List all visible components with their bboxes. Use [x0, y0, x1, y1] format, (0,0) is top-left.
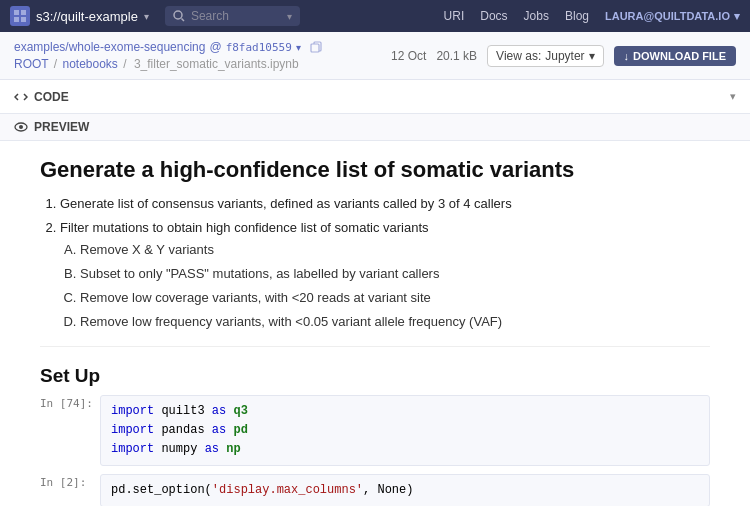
file-size: 20.1 kB [436, 49, 477, 63]
sub-list: Remove X & Y variants Subset to only "PA… [80, 239, 710, 333]
sub-item-a: Remove X & Y variants [80, 239, 710, 261]
download-button[interactable]: ↓ DOWNLOAD FILE [614, 46, 736, 66]
repo-at: @ [209, 40, 221, 54]
main-heading: Generate a high-confidence list of somat… [40, 157, 710, 183]
notebook-content: Generate a high-confidence list of somat… [0, 141, 750, 506]
sub-item-c: Remove low coverage variants, with <20 r… [80, 287, 710, 309]
divider-1 [40, 346, 710, 347]
commit-hash: f8fad10559 [226, 41, 292, 54]
cell-74-line1: import quilt3 as q3 [111, 402, 699, 421]
nav-user-chevron: ▾ [734, 10, 740, 23]
search-input[interactable] [191, 9, 281, 23]
alias-q3: q3 [233, 404, 247, 418]
main-list: Generate list of consensus variants, def… [60, 193, 710, 334]
search-dropdown-arrow[interactable]: ▾ [287, 11, 292, 22]
brand-label: s3://quilt-example [36, 9, 138, 24]
kw-as2: as [212, 423, 226, 437]
code-icon [14, 90, 28, 104]
nav-links: URI Docs Jobs Blog LAURA@QUILTDATA.IO ▾ [444, 9, 740, 23]
cell-74-line2: import pandas as pd [111, 421, 699, 440]
brand-chevron: ▾ [144, 11, 149, 22]
preview-bar: PREVIEW [0, 114, 750, 141]
breadcrumb-root[interactable]: ROOT [14, 57, 48, 71]
eye-icon [14, 120, 28, 134]
preview-label: PREVIEW [34, 120, 89, 134]
code-section-toggle[interactable]: CODE [14, 90, 69, 104]
view-as-button[interactable]: View as: Jupyter ▾ [487, 45, 604, 67]
nav-user[interactable]: LAURA@QUILTDATA.IO ▾ [605, 10, 740, 23]
code-cell-2: In [2]: pd.set_option('display.max_colum… [40, 474, 710, 506]
svg-rect-3 [21, 17, 26, 22]
breadcrumb-right: 12 Oct 20.1 kB View as: Jupyter ▾ ↓ DOWN… [391, 45, 736, 67]
kw-as1: as [212, 404, 226, 418]
svg-point-4 [174, 11, 182, 19]
view-as-label: View as: [496, 49, 541, 63]
brand-icon [10, 6, 30, 26]
cell-74-label: In [74]: [40, 395, 100, 410]
svg-rect-1 [21, 10, 26, 15]
code-chevron[interactable]: ▾ [730, 90, 736, 103]
none-val: None [377, 483, 406, 497]
lib-quilt3: quilt3 [161, 404, 211, 418]
search-icon [173, 10, 185, 22]
list-item-1: Generate list of consensus variants, def… [60, 193, 710, 215]
kw-import3: import [111, 442, 154, 456]
str-display: 'display.max_columns' [212, 483, 363, 497]
breadcrumb-notebooks[interactable]: notebooks [62, 57, 117, 71]
setup-heading: Set Up [40, 365, 710, 387]
repo-link[interactable]: examples/whole-exome-sequencing @ f8fad1… [14, 40, 323, 54]
breadcrumb-file: 3_filter_somatic_variants.ipynb [134, 57, 299, 71]
list-item-2: Filter mutations to obtain high confiden… [60, 217, 710, 333]
copy-icon[interactable] [309, 40, 323, 54]
svg-rect-2 [14, 17, 19, 22]
repo-name: examples/whole-exome-sequencing [14, 40, 205, 54]
sub-item-b: Subset to only "PASS" mutations, as labe… [80, 263, 710, 285]
svg-rect-6 [311, 44, 319, 52]
code-label: CODE [34, 90, 69, 104]
kw-as3: as [205, 442, 219, 456]
cell-2-code: pd.set_option('display.max_columns', Non… [100, 474, 710, 506]
download-label: DOWNLOAD FILE [633, 50, 726, 62]
cell-74-line3: import numpy as np [111, 440, 699, 459]
alias-np: np [226, 442, 240, 456]
breadcrumb-bar: examples/whole-exome-sequencing @ f8fad1… [0, 32, 750, 80]
view-as-chevron: ▾ [589, 49, 595, 63]
nav-link-docs[interactable]: Docs [480, 9, 507, 23]
code-toggle-bar[interactable]: CODE ▾ [0, 80, 750, 114]
lib-pandas: pandas [161, 423, 211, 437]
cell-2-label: In [2]: [40, 474, 100, 489]
alias-pd: pd [233, 423, 247, 437]
view-as-value: Jupyter [545, 49, 584, 63]
comma: , [363, 483, 377, 497]
cell-74-code: import quilt3 as q3 import pandas as pd … [100, 395, 710, 467]
sub-item-d: Remove low frequency variants, with <0.0… [80, 311, 710, 333]
top-nav: s3://quilt-example ▾ ▾ URI Docs Jobs Blo… [0, 0, 750, 32]
nav-link-uri[interactable]: URI [444, 9, 465, 23]
pd-ref: pd.set_option( [111, 483, 212, 497]
kw-import2: import [111, 423, 154, 437]
breadcrumb-path: ROOT / notebooks / 3_filter_somatic_vari… [14, 57, 323, 71]
file-date: 12 Oct [391, 49, 426, 63]
code-cell-74: In [74]: import quilt3 as q3 import pand… [40, 395, 710, 467]
download-icon: ↓ [624, 50, 630, 62]
nav-link-jobs[interactable]: Jobs [524, 9, 549, 23]
svg-line-5 [181, 19, 184, 22]
breadcrumb-left: examples/whole-exome-sequencing @ f8fad1… [14, 40, 323, 71]
lib-numpy: numpy [161, 442, 204, 456]
nav-link-blog[interactable]: Blog [565, 9, 589, 23]
kw-import1: import [111, 404, 154, 418]
nav-user-label: LAURA@QUILTDATA.IO [605, 10, 730, 22]
svg-rect-0 [14, 10, 19, 15]
nav-brand[interactable]: s3://quilt-example ▾ [10, 6, 149, 26]
svg-point-8 [19, 125, 23, 129]
repo-chevron: ▾ [296, 42, 301, 53]
search-box[interactable]: ▾ [165, 6, 300, 26]
